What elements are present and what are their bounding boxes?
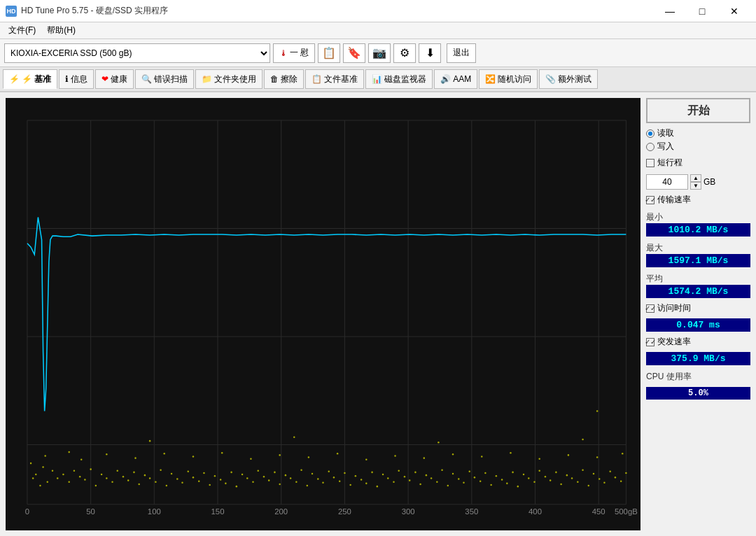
svg-point-59 <box>246 477 248 479</box>
exit-button[interactable]: 退出 <box>447 43 476 63</box>
svg-point-81 <box>365 483 367 485</box>
tab-aam[interactable]: 🔊 AAM <box>434 69 477 89</box>
svg-point-110 <box>523 474 524 476</box>
tab-bar: ⚡ ⚡ 基准 ℹ 信息 ❤ 健康 🔍 错误扫描 📁 文件夹使用 🗑 擦除 📋 文… <box>0 67 756 92</box>
radio-write[interactable]: 写入 <box>646 141 750 153</box>
access-time-box: ✓ <box>646 304 654 313</box>
svg-point-65 <box>279 484 280 486</box>
temp-label: 一 慰 <box>290 47 309 59</box>
svg-point-94 <box>436 481 438 483</box>
burst-rate-box: ✓ <box>646 338 654 346</box>
svg-point-18 <box>32 477 34 479</box>
svg-point-153 <box>293 437 295 439</box>
transfer-rate-checkbox[interactable]: ✓ 传输速率 <box>646 194 750 206</box>
radio-read[interactable]: 读取 <box>646 127 750 139</box>
access-time-checkbox[interactable]: ✓ 访问时间 <box>646 302 750 314</box>
menu-file[interactable]: 文件(F) <box>3 23 41 38</box>
svg-point-122 <box>588 485 589 487</box>
svg-point-30 <box>90 468 91 470</box>
svg-point-109 <box>517 486 519 488</box>
menu-bar: 文件(F) 帮助(H) <box>0 22 756 39</box>
close-button[interactable]: ✕ <box>718 0 750 22</box>
svg-point-46 <box>176 478 178 480</box>
svg-point-119 <box>571 477 573 479</box>
svg-text:200: 200 <box>274 507 288 515</box>
svg-point-91 <box>419 484 421 486</box>
tab-disk-monitor[interactable]: 📊 磁盘监视器 <box>365 69 433 89</box>
svg-point-151 <box>622 453 623 455</box>
tab-extra-test[interactable]: 📎 额外测试 <box>539 69 598 89</box>
svg-point-75 <box>333 477 335 479</box>
svg-point-136 <box>192 456 194 458</box>
svg-point-103 <box>484 472 486 474</box>
burst-rate-checkbox[interactable]: ✓ 突发速率 <box>646 336 750 348</box>
tab-random-access[interactable]: 🔀 随机访问 <box>479 69 538 89</box>
device-select[interactable]: KIOXIA-EXCERIA SSD (500 gB) <box>4 43 270 63</box>
svg-point-89 <box>409 479 410 481</box>
gb-spin-buttons: ▲ ▼ <box>690 174 701 190</box>
transfer-rate-box: ✓ <box>646 196 654 204</box>
tab-erase[interactable]: 🗑 擦除 <box>264 69 304 89</box>
svg-point-25 <box>62 474 64 476</box>
svg-text:250: 250 <box>338 507 351 515</box>
svg-point-129 <box>625 472 626 474</box>
svg-point-104 <box>490 484 491 486</box>
svg-point-48 <box>188 471 189 473</box>
radio-write-label: 写入 <box>657 141 674 153</box>
radio-read-label: 读取 <box>657 127 674 139</box>
gb-input[interactable] <box>646 174 688 190</box>
svg-text:150: 150 <box>211 507 225 515</box>
start-button[interactable]: 开始 <box>646 98 750 123</box>
menu-help[interactable]: 帮助(H) <box>41 23 81 38</box>
temp-button[interactable]: 🌡 一 慰 <box>273 43 315 63</box>
svg-point-85 <box>387 477 388 479</box>
svg-point-83 <box>377 486 378 488</box>
svg-point-131 <box>68 451 69 453</box>
chart-area: MB/s ms 2000 1500 1000 500 0.40 0.30 0.2… <box>6 98 640 530</box>
gb-spin-up[interactable]: ▲ <box>690 174 701 182</box>
toolbar-icon-2[interactable]: 🔖 <box>343 43 365 63</box>
minimize-button[interactable]: — <box>654 0 686 22</box>
svg-point-78 <box>349 484 351 486</box>
svg-point-84 <box>382 474 384 476</box>
svg-point-102 <box>479 480 481 482</box>
tab-error-scan[interactable]: 🔍 错误扫描 <box>135 69 194 89</box>
svg-point-96 <box>447 485 449 487</box>
svg-point-52 <box>209 484 210 486</box>
tab-info[interactable]: ℹ 信息 <box>59 69 94 89</box>
toolbar-icon-5[interactable]: ⬇ <box>419 43 441 63</box>
svg-point-105 <box>496 475 497 477</box>
tab-health[interactable]: ❤ 健康 <box>95 69 134 89</box>
tab-benchmark[interactable]: ⚡ ⚡ 基准 <box>3 69 57 89</box>
svg-point-51 <box>203 472 204 474</box>
access-time-label: 访问时间 <box>657 302 691 314</box>
burst-rate-label: 突发速率 <box>657 336 691 348</box>
svg-point-141 <box>337 453 338 455</box>
svg-point-50 <box>198 480 200 482</box>
access-time-value: 0.047 ms <box>646 318 750 332</box>
gb-spin-down[interactable]: ▼ <box>690 182 701 190</box>
svg-point-156 <box>596 410 598 412</box>
toolbar-icon-4[interactable]: ⚙ <box>393 43 416 63</box>
short-trip-label: 短行程 <box>657 157 682 169</box>
svg-point-19 <box>35 474 36 476</box>
tab-file-benchmark[interactable]: 📋 文件基准 <box>305 69 364 89</box>
window-title: HD Tune Pro 5.75 - 硬盘/SSD 实用程序 <box>21 5 168 17</box>
svg-point-93 <box>430 477 432 479</box>
window-controls: — □ ✕ <box>654 0 750 22</box>
svg-point-41 <box>149 477 150 479</box>
toolbar-icon-3[interactable]: 📷 <box>368 43 391 63</box>
svg-point-55 <box>225 483 226 485</box>
chart-svg: 0 50 100 150 200 250 300 350 400 450 500… <box>6 98 640 530</box>
toolbar: KIOXIA-EXCERIA SSD (500 gB) 🌡 一 慰 📋 🔖 📷 … <box>0 39 756 67</box>
svg-point-24 <box>57 477 58 479</box>
app-icon: HD <box>6 6 17 17</box>
maximize-button[interactable]: □ <box>686 0 718 22</box>
svg-text:0: 0 <box>25 507 29 515</box>
toolbar-icon-1[interactable]: 📋 <box>318 43 340 63</box>
tab-folder-usage[interactable]: 📁 文件夹使用 <box>195 69 262 89</box>
svg-point-72 <box>317 478 318 480</box>
svg-point-67 <box>290 477 291 479</box>
svg-point-74 <box>328 471 330 473</box>
short-trip-checkbox[interactable]: 短行程 <box>646 157 750 169</box>
